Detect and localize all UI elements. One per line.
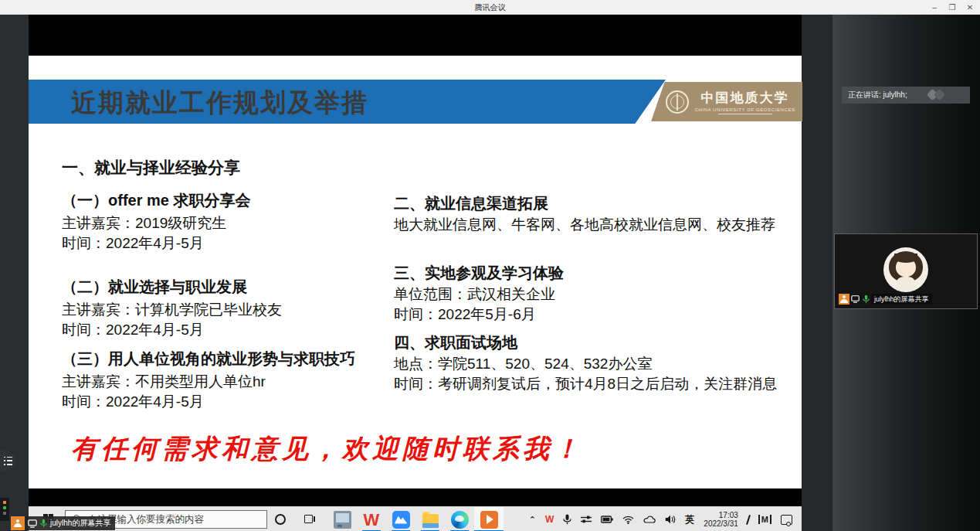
university-name-en: CHINA UNIVERSITY OF GEOSCIENCES	[694, 107, 795, 112]
slide-block: 二、就业信息渠道拓展 地大就业信息网、牛客网、各地高校就业信息网、校友推荐	[394, 193, 803, 235]
participant-avatar	[883, 247, 928, 292]
presenter-person-icon	[839, 294, 849, 305]
action-center-icon[interactable]	[781, 515, 792, 525]
app-background-right	[802, 15, 832, 531]
screen-share-status-overlay: julylhh的屏幕共享	[11, 516, 115, 530]
close-button[interactable]: ✕	[965, 3, 975, 12]
slide-block: 四、求职面试场地 地点：学院511、520、524、532办公室 时间：考研调剂…	[394, 332, 803, 394]
block-line: 单位范围：武汉相关企业	[394, 284, 803, 305]
block-title: 二、就业信息渠道拓展	[394, 193, 803, 213]
pen-icon[interactable]	[746, 515, 751, 525]
meeting-window: 腾讯会议 – ❐ ✕ 近期就业工作规划及举措 中国地质大学 CHINA UNIV…	[0, 0, 980, 531]
window-title: 腾讯会议	[0, 2, 980, 13]
member-list-icon	[4, 457, 12, 465]
university-emblem-icon	[666, 90, 689, 114]
edge-browser-app-icon[interactable]	[445, 507, 474, 531]
windows-taskbar: W ⌃ W	[29, 506, 802, 531]
slide-block: （二）就业选择与职业发展 主讲嘉宾：计算机学院已毕业校友 时间：2022年4月-…	[62, 277, 417, 340]
strip-gray-indicator	[3, 512, 6, 515]
block-title: （一）offer me 求职分享会	[62, 190, 417, 210]
block-line: 时间：2022年4月-5月	[62, 320, 417, 340]
strip-green-indicator	[3, 506, 6, 509]
window-titlebar: 腾讯会议 – ❐ ✕	[0, 0, 980, 15]
block-title: （二）就业选择与职业发展	[62, 277, 417, 297]
logo-divider	[718, 114, 772, 114]
screen-share-icon	[28, 519, 37, 528]
clock-time: 17:03	[704, 511, 738, 519]
block-line: 时间：2022年5月-6月	[394, 305, 803, 325]
block-line: 地大就业信息网、牛客网、各地高校就业信息网、校友推荐	[394, 215, 803, 235]
ime-mode-icon[interactable]: M	[758, 515, 771, 524]
ime-language-indicator[interactable]: 英	[685, 513, 694, 526]
slide-block: 三、实地参观及学习体验 单位范围：武汉相关企业 时间：2022年5月-6月	[394, 263, 803, 325]
slide-title-banner: 近期就业工作规划及举措	[29, 80, 666, 124]
block-line: 主讲嘉宾：计算机学院已毕业校友	[62, 300, 417, 320]
presenter-person-icon	[11, 516, 25, 530]
speaker-icon[interactable]	[665, 515, 676, 524]
tile-participant-label: julylhh的屏幕共享	[871, 294, 932, 305]
slide-block: （一）offer me 求职分享会 主讲嘉宾：2019级研究生 时间：2022年…	[62, 190, 417, 254]
block-line: 时间：2022年4月-5月	[62, 392, 417, 412]
taskbar-clock[interactable]: 17:03 2022/3/31	[704, 511, 738, 528]
minimize-button[interactable]: –	[929, 3, 940, 12]
tile-status-row: julylhh的屏幕共享	[839, 294, 932, 305]
slide-slogan: 有任何需求和意见，欢迎随时联系我！	[71, 431, 583, 467]
slide-title: 近期就业工作规划及举措	[71, 86, 368, 121]
screen-share-icon	[849, 294, 860, 305]
speaking-label: 正在讲话: julylhh;	[848, 90, 907, 100]
share-overlay-label: julylhh的屏幕共享	[50, 518, 110, 529]
speaking-indicator: 正在讲话: julylhh;	[842, 87, 970, 104]
clock-date: 2022/3/31	[704, 519, 738, 528]
block-line: 时间：2022年4月-5月	[62, 233, 417, 254]
task-view-icon[interactable]	[303, 514, 315, 524]
microphone-on-icon	[40, 519, 47, 528]
taskbar-apps: W	[327, 507, 504, 531]
tencent-meeting-watermark-icon	[925, 90, 948, 100]
wps-presentation-app-icon[interactable]	[474, 507, 504, 531]
block-title: 三、实地参观及学习体验	[394, 263, 803, 283]
tray-expand-icon[interactable]: ⌃	[529, 515, 536, 525]
collapsed-toolbar-strip[interactable]	[0, 498, 9, 521]
block-line: 时间：考研调剂复试后，预计4月8日之后启动，关注群消息	[394, 374, 803, 394]
mountain-icon	[395, 515, 407, 524]
onedrive-cloud-icon[interactable]	[643, 516, 656, 523]
block-title: （三）用人单位视角的就业形势与求职技巧	[62, 349, 417, 369]
university-logo-plaque: 中国地质大学 CHINA UNIVERSITY OF GEOSCIENCES	[651, 82, 802, 121]
battery-icon[interactable]	[601, 516, 613, 523]
block-line: 主讲嘉宾：不用类型用人单位hr	[62, 372, 417, 392]
section-heading-1: 一、就业与择业经验分享	[62, 157, 240, 179]
share-status-body: julylhh的屏幕共享	[25, 516, 115, 530]
microphone-on-icon	[860, 294, 871, 305]
file-explorer-app-icon[interactable]	[415, 507, 445, 531]
restore-button[interactable]: ❐	[947, 3, 958, 12]
slide-block: （三）用人单位视角的就业形势与求职技巧 主讲嘉宾：不用类型用人单位hr 时间：2…	[62, 349, 417, 412]
pc-manager-app-icon[interactable]	[327, 507, 357, 531]
tencent-meeting-app-icon[interactable]	[386, 507, 415, 531]
strip-orange-indicator	[3, 501, 6, 504]
block-line: 地点：学院511、520、524、532办公室	[394, 354, 803, 374]
wifi-icon[interactable]	[622, 516, 634, 524]
participant-video-tile[interactable]: julylhh的屏幕共享	[834, 233, 978, 309]
wps-office-app-icon[interactable]: W	[357, 507, 386, 531]
meeting-sidebar: 正在讲话: julylhh; julylhh的屏幕共享	[832, 15, 980, 531]
mixer-icon[interactable]	[581, 515, 592, 524]
block-title: 四、求职面试场地	[394, 332, 803, 352]
microphone-tray-icon[interactable]	[563, 514, 571, 525]
wps-tray-icon[interactable]: W	[545, 514, 554, 525]
block-line: 主讲嘉宾：2019级研究生	[62, 213, 417, 233]
cortana-icon[interactable]	[275, 514, 286, 525]
system-tray: ⌃ W 英 17:03 2022/3/31	[529, 507, 792, 531]
university-name-zh: 中国地质大学	[701, 89, 789, 107]
window-controls: – ❐ ✕	[929, 0, 975, 15]
